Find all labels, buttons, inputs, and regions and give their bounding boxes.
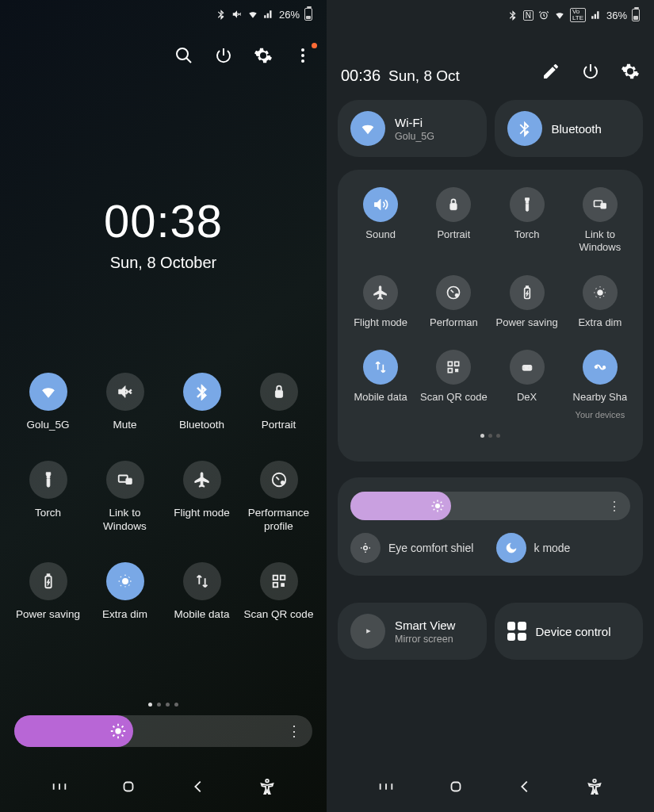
brightness-more-icon[interactable]: ⋮: [608, 499, 621, 514]
lock-icon[interactable]: [260, 373, 298, 411]
nav-bar-left: [0, 769, 327, 804]
brightness-icon: [109, 722, 127, 740]
qr-icon[interactable]: [260, 562, 298, 600]
torch-icon[interactable]: [510, 187, 545, 222]
qs-tile-link[interactable]: Link to Windows: [86, 461, 163, 534]
bottom-tile-title: Device control: [536, 625, 611, 638]
power-icon[interactable]: [581, 62, 600, 81]
qs-tile-dim[interactable]: Extra dim: [564, 275, 637, 329]
qs-tile-torch[interactable]: Torch: [491, 187, 564, 255]
bottom-tile-cast[interactable]: Smart ViewMirror screen: [338, 603, 487, 660]
settings-icon[interactable]: [621, 62, 640, 81]
battery-icon: [632, 9, 640, 21]
qs-tile-nearby[interactable]: Nearby ShaYour devices: [564, 350, 637, 419]
clock-time: 00:38: [0, 194, 327, 247]
qs-tile-dex[interactable]: DeXDeX: [491, 350, 564, 419]
qs-tile-mute[interactable]: Mute: [86, 373, 163, 432]
status-bar-left: 26%: [216, 8, 312, 21]
quick-panel-compact: 26% 00:38 Sun, 8 October Golu_5GMuteBlue…: [0, 0, 327, 812]
qs-grid-panel: SoundPortraitTorchLink to WindowsFlight …: [338, 170, 643, 462]
qs-tile-qr[interactable]: Scan QR code: [417, 350, 490, 419]
accessibility-button[interactable]: [584, 776, 605, 797]
more-icon[interactable]: [293, 46, 312, 65]
dex-icon[interactable]: DeX: [510, 350, 545, 385]
brightness-slider-left[interactable]: ⋮: [14, 715, 312, 747]
qs-tile-label: Power saving: [16, 608, 80, 622]
data-icon[interactable]: [363, 350, 398, 385]
svg-rect-39: [451, 783, 460, 791]
qs-tile-bluetooth[interactable]: Bluetooth: [163, 373, 240, 432]
brightness-slider-right[interactable]: ⋮: [350, 492, 630, 520]
home-button[interactable]: [118, 776, 139, 797]
qs-tile-link[interactable]: Link to Windows: [564, 187, 637, 255]
qs-tile-lock[interactable]: Portrait: [417, 187, 490, 255]
recents-button[interactable]: [49, 776, 70, 797]
dim-icon[interactable]: [583, 275, 618, 310]
link-icon[interactable]: [106, 461, 144, 499]
qs-tile-label: Performan: [430, 316, 478, 329]
qr-icon[interactable]: [436, 350, 471, 385]
back-button[interactable]: [188, 776, 208, 797]
svg-rect-22: [601, 203, 606, 209]
toggle-label: Eye comfort shiel: [388, 542, 473, 554]
svg-point-37: [364, 546, 368, 550]
conn-tile-title: Wi-Fi: [395, 116, 434, 129]
qs-tile-perf[interactable]: Performance profile: [240, 461, 317, 534]
qs-tile-airplane[interactable]: Flight mode: [344, 275, 417, 329]
brightness-more-icon[interactable]: ⋮: [287, 724, 301, 738]
search-icon[interactable]: [174, 46, 193, 65]
svg-rect-12: [273, 575, 277, 580]
qs-tile-data[interactable]: Mobile data: [163, 562, 240, 622]
qs-tile-dim[interactable]: Extra dim: [86, 562, 163, 622]
toggle-label: k mode: [534, 542, 571, 554]
accessibility-button[interactable]: [257, 776, 277, 797]
perf-icon[interactable]: [260, 461, 298, 499]
home-button[interactable]: [446, 776, 466, 797]
conn-tile-subtitle: Golu_5G: [395, 131, 434, 142]
qs-grid-right: SoundPortraitTorchLink to WindowsFlight …: [344, 187, 637, 419]
qs-tile-perf[interactable]: Performan: [417, 275, 490, 329]
nearby-icon[interactable]: [583, 350, 618, 385]
bluetooth-icon[interactable]: [183, 373, 221, 411]
torch-icon[interactable]: [29, 461, 67, 499]
qs-tile-qr[interactable]: Scan QR code: [240, 562, 317, 622]
mute-icon[interactable]: [106, 373, 144, 411]
svg-rect-4: [275, 390, 282, 397]
qs-tile-label: Scan QR code: [244, 608, 314, 622]
qs-tile-battery[interactable]: Power saving: [10, 562, 86, 622]
recents-button[interactable]: [376, 776, 396, 797]
airplane-icon[interactable]: [363, 275, 398, 310]
toggle-moon[interactable]: k mode: [496, 533, 631, 563]
toggle-eye[interactable]: Eye comfort shiel: [350, 533, 485, 563]
airplane-icon[interactable]: [183, 461, 221, 499]
qs-tile-label: Flight mode: [174, 507, 230, 520]
wifi-icon[interactable]: [29, 373, 67, 411]
edit-icon[interactable]: [541, 62, 560, 81]
perf-icon[interactable]: [436, 275, 471, 310]
link-icon[interactable]: [583, 187, 618, 222]
qs-tile-data[interactable]: Mobile data: [344, 350, 417, 419]
svg-rect-15: [281, 583, 284, 586]
conn-tile-wifi[interactable]: Wi-FiGolu_5G: [338, 100, 487, 157]
svg-rect-26: [526, 285, 528, 288]
data-icon[interactable]: [183, 562, 221, 600]
battery-icon[interactable]: [510, 275, 545, 310]
battery-icon[interactable]: [29, 562, 67, 600]
dim-icon[interactable]: [106, 562, 144, 600]
power-icon[interactable]: [214, 46, 233, 65]
svg-point-11: [122, 578, 128, 584]
qs-tile-wifi[interactable]: Golu_5G: [10, 373, 86, 432]
cast-icon: [350, 614, 385, 649]
settings-icon[interactable]: [254, 46, 273, 65]
qs-tile-lock[interactable]: Portrait: [240, 373, 317, 432]
conn-tile-bluetooth[interactable]: Bluetooth: [495, 100, 644, 157]
qs-tile-battery[interactable]: Power saving: [491, 275, 564, 329]
sound-icon[interactable]: [363, 187, 398, 222]
quick-panel-expanded: N VoLTE 36% 00:36 Sun, 8 Oct Wi-FiGolu_5…: [327, 0, 654, 812]
qs-tile-airplane[interactable]: Flight mode: [163, 461, 240, 534]
lock-icon[interactable]: [436, 187, 471, 222]
qs-tile-torch[interactable]: Torch: [10, 461, 86, 534]
bottom-tile-grid[interactable]: Device control: [495, 603, 644, 660]
qs-tile-sound[interactable]: Sound: [344, 187, 417, 255]
back-button[interactable]: [514, 776, 535, 797]
